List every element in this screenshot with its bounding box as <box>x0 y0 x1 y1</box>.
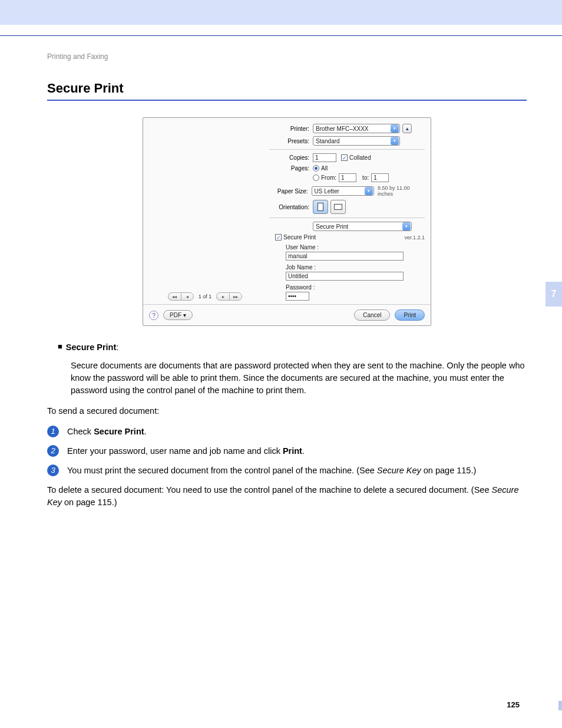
pages-from-label: From: <box>321 174 336 181</box>
preview-pane: ◂◂ ◂ 1 of 1 ▸ ▸▸ <box>143 120 267 304</box>
cancel-button[interactable]: Cancel <box>354 309 390 321</box>
secure-print-description: Secure documents are documents that are … <box>47 360 527 397</box>
print-dialog: ◂◂ ◂ 1 of 1 ▸ ▸▸ Printer: <box>143 117 431 326</box>
pages-all-radio[interactable] <box>313 165 319 172</box>
copies-label: Copies: <box>269 154 313 161</box>
copies-input[interactable]: 1 <box>313 153 336 162</box>
separator <box>269 218 425 218</box>
next-page-icon[interactable]: ▸ <box>216 292 229 301</box>
panel-select[interactable]: Secure Print ▾ <box>313 222 412 231</box>
orientation-portrait-button[interactable] <box>313 200 328 214</box>
orientation-landscape-button[interactable] <box>330 200 346 214</box>
dropdown-arrow-icon: ▾ <box>402 222 411 230</box>
pages-from-input[interactable]: 1 <box>339 173 356 182</box>
jobname-input[interactable]: Untitled <box>286 272 404 281</box>
dropdown-arrow-icon: ▾ <box>391 124 399 133</box>
printer-value: Brother MFC–XXXX <box>316 126 368 132</box>
step-3-text: You must print the secured document from… <box>67 465 527 477</box>
panel-value: Secure Print <box>316 223 348 230</box>
presets-label: Presets: <box>269 138 313 144</box>
step-badge-2: 2 <box>47 445 59 457</box>
help-icon[interactable]: ? <box>149 311 158 320</box>
secure-print-checkbox[interactable]: ✓ <box>275 234 282 241</box>
papersize-select[interactable]: US Letter ▾ <box>312 186 374 196</box>
jobname-label: Job Name : <box>286 264 425 271</box>
collated-checkbox[interactable]: ✓ <box>341 154 348 161</box>
version-text: ver.1.2.1 <box>404 235 425 241</box>
dropdown-arrow-icon: ▾ <box>365 187 373 195</box>
breadcrumb: Printing and Faxing <box>47 52 527 61</box>
pager-text: 1 of 1 <box>199 294 212 299</box>
printer-label: Printer: <box>269 126 313 132</box>
chapter-tab: 7 <box>546 282 562 307</box>
secure-print-colon: : <box>116 342 118 352</box>
pages-range-radio[interactable] <box>313 174 319 181</box>
send-intro: To send a secured document: <box>47 405 527 417</box>
page-number: 125 <box>507 700 520 709</box>
triangle-up-icon: ▴ <box>406 126 409 131</box>
print-button[interactable]: Print <box>395 309 425 321</box>
username-input[interactable]: manual <box>286 252 404 261</box>
printer-status-button[interactable]: ▴ <box>402 124 412 133</box>
secure-print-label: Secure Print <box>283 234 316 241</box>
secure-print-term: Secure Print <box>66 342 116 352</box>
square-bullet-icon: ■ <box>58 341 62 354</box>
separator <box>269 149 425 150</box>
printer-select[interactable]: Brother MFC–XXXX ▾ <box>313 124 400 133</box>
password-input[interactable]: •••• <box>286 292 309 301</box>
password-label: Password : <box>286 284 425 291</box>
orientation-label: Orientation: <box>269 204 313 210</box>
pager-first-prev[interactable]: ◂◂ ◂ <box>168 292 194 301</box>
presets-value: Standard <box>316 138 340 144</box>
last-page-icon[interactable]: ▸▸ <box>229 292 242 301</box>
step-badge-1: 1 <box>47 426 59 437</box>
dropdown-arrow-icon: ▾ <box>391 137 399 145</box>
title-rule <box>47 100 527 101</box>
pages-to-input[interactable]: 1 <box>371 173 389 182</box>
delete-paragraph: To delete a secured document: You need t… <box>47 484 527 509</box>
prev-page-icon[interactable]: ◂ <box>181 292 194 301</box>
step-1-text: Check Secure Print. <box>67 426 527 438</box>
pages-to-label: to: <box>362 174 369 181</box>
header-band <box>0 0 562 25</box>
header-rule <box>0 35 562 36</box>
page-title: Secure Print <box>47 81 527 96</box>
pager-next-last[interactable]: ▸ ▸▸ <box>216 292 242 301</box>
portrait-icon <box>318 203 323 211</box>
papersize-label: Paper Size: <box>269 188 312 195</box>
landscape-icon <box>334 204 342 210</box>
pages-all-label: All <box>321 165 328 172</box>
pdf-button[interactable]: PDF ▾ <box>163 310 193 320</box>
first-page-icon[interactable]: ◂◂ <box>168 292 181 301</box>
step-2-text: Enter your password, user name and job n… <box>67 445 527 457</box>
collated-label: Collated <box>349 154 371 161</box>
page-edge-stub <box>558 701 562 710</box>
papersize-value: US Letter <box>315 188 339 195</box>
presets-select[interactable]: Standard ▾ <box>313 136 400 146</box>
username-label: User Name : <box>286 244 425 251</box>
step-badge-3: 3 <box>47 465 59 476</box>
pages-label: Pages: <box>269 165 313 172</box>
papersize-hint: 8.50 by 11.00 inches <box>378 185 425 197</box>
preview-box <box>149 170 261 288</box>
